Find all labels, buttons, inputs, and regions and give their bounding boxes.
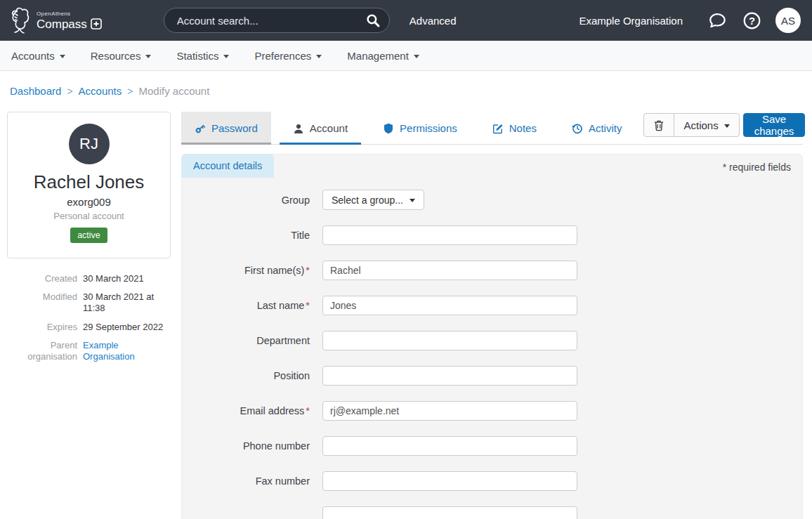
- nav-menu-item[interactable]: Management: [337, 50, 429, 62]
- form-row: Fax number: [182, 471, 802, 491]
- group-select[interactable]: Select a group...: [322, 190, 424, 210]
- breadcrumb-separator: >: [67, 86, 72, 97]
- user-avatar[interactable]: AS: [775, 8, 801, 33]
- tab[interactable]: Password: [181, 112, 271, 145]
- field-label: Group: [182, 195, 310, 206]
- breadcrumb: Dashboard > Accounts > Modify account: [0, 71, 812, 97]
- help-icon[interactable]: ?: [742, 11, 761, 30]
- search-icon[interactable]: [366, 13, 380, 27]
- breadcrumb-item[interactable]: Dashboard: [10, 85, 61, 97]
- tab[interactable]: Activity: [558, 112, 636, 145]
- account-search: [164, 8, 390, 33]
- detail-label: Created: [7, 273, 77, 284]
- tab[interactable]: Account: [280, 112, 361, 145]
- status-badge: active: [70, 228, 107, 243]
- account-details-panel: Account details * required fields Group …: [181, 154, 803, 519]
- field-label: Last name*: [182, 300, 310, 311]
- toolbar: Actions Save changes: [643, 113, 805, 143]
- trash-icon: [653, 119, 664, 131]
- field-label: Fax number: [182, 475, 310, 487]
- field-label: Email address*: [182, 405, 310, 416]
- form-row: First name(s)*: [182, 261, 802, 280]
- tab[interactable]: Permissions: [369, 112, 471, 145]
- detail-row: Expires 29 September 2022: [7, 322, 171, 333]
- detail-row: Parent organisation Example Organisation: [7, 340, 171, 362]
- text-input[interactable]: [322, 296, 577, 315]
- detail-row: Created 30 March 2021: [7, 273, 171, 284]
- tab-strip: Password Account: [181, 112, 803, 145]
- breadcrumb-item[interactable]: Accounts: [79, 85, 122, 97]
- organisation-name[interactable]: Example Organisation: [579, 15, 683, 27]
- account-main: Password Account: [181, 112, 803, 519]
- form-row: Email address*: [182, 401, 802, 421]
- form-row: Phone number: [182, 436, 802, 456]
- nav-menu-item[interactable]: Preferences: [244, 50, 332, 62]
- actions-button[interactable]: Actions: [674, 113, 739, 137]
- account-form: Group Select a group... Title: [182, 190, 802, 519]
- text-input[interactable]: [322, 401, 577, 421]
- field-label: Position: [182, 370, 310, 381]
- chevron-down-icon: [410, 199, 415, 202]
- required-asterisk: *: [306, 265, 310, 276]
- plus-box-icon: [91, 18, 102, 29]
- owl-logo-icon: [8, 6, 32, 35]
- breadcrumb-separator: >: [127, 86, 133, 97]
- profile-avatar: RJ: [69, 124, 110, 164]
- detail-value: Example Organisation: [83, 340, 171, 362]
- tab-label: Password: [211, 122, 258, 134]
- form-row: Last name*: [182, 296, 802, 315]
- detail-value: 30 March 2021: [83, 273, 144, 284]
- field-label: Phone number: [182, 440, 310, 452]
- history-icon: [572, 123, 583, 134]
- nav-menu-item[interactable]: Resources: [81, 50, 162, 62]
- chevron-down-icon: [60, 55, 65, 58]
- tab-label: Account: [310, 122, 348, 134]
- text-input[interactable]: [322, 471, 577, 491]
- main-nav: Accounts Resources Statistics Preference…: [0, 41, 812, 71]
- required-asterisk: *: [306, 405, 310, 416]
- required-asterisk: *: [306, 300, 310, 311]
- field-label: Department: [182, 335, 310, 346]
- tab-label: Permissions: [400, 122, 457, 134]
- profile-username: exorg009: [13, 196, 164, 208]
- nav-menu-item[interactable]: Accounts: [1, 50, 75, 62]
- brand-compass: Compass: [37, 18, 87, 30]
- text-input[interactable]: [322, 366, 577, 386]
- text-input[interactable]: [322, 331, 577, 350]
- shield-icon: [383, 123, 394, 134]
- detail-value: 29 September 2022: [83, 322, 163, 333]
- form-row: Title: [182, 225, 802, 245]
- form-row: Group Select a group...: [182, 190, 802, 210]
- text-input[interactable]: [322, 506, 577, 519]
- tab[interactable]: Notes: [479, 112, 550, 145]
- panel-title-tab: Account details: [181, 154, 274, 178]
- brand-openathens: OpenAthens: [37, 11, 102, 17]
- tab-label: Activity: [589, 122, 622, 134]
- brand-logo[interactable]: OpenAthens Compass: [8, 6, 102, 35]
- detail-value: 30 March 2021 at 11:38: [83, 291, 171, 313]
- search-input[interactable]: [164, 8, 390, 33]
- account-sidebar: RJ Rachel Jones exorg009 Personal accoun…: [7, 112, 171, 369]
- chevron-down-icon: [414, 55, 419, 58]
- chevron-down-icon: [145, 55, 151, 58]
- breadcrumb-item[interactable]: Modify account: [138, 85, 209, 97]
- text-input[interactable]: [322, 436, 577, 456]
- chat-icon[interactable]: [708, 11, 727, 30]
- form-row: Position: [182, 366, 802, 386]
- delete-button[interactable]: [643, 113, 674, 137]
- chevron-down-icon: [316, 55, 322, 58]
- chevron-down-icon: [724, 124, 730, 128]
- nav-menu-item[interactable]: Statistics: [166, 50, 239, 62]
- chevron-down-icon: [223, 55, 229, 58]
- profile-details: Created 30 March 2021 Modified 30 March …: [7, 273, 171, 362]
- profile-card: RJ Rachel Jones exorg009 Personal accoun…: [7, 112, 171, 258]
- person-icon: [293, 123, 304, 134]
- save-changes-button[interactable]: Save changes: [743, 113, 806, 137]
- svg-text:?: ?: [749, 15, 755, 26]
- advanced-search-link[interactable]: Advanced: [410, 15, 457, 27]
- text-input[interactable]: [322, 261, 577, 280]
- detail-label: Modified: [7, 291, 77, 313]
- detail-label: Expires: [7, 322, 77, 333]
- text-input[interactable]: [322, 225, 577, 245]
- required-fields-note: * required fields: [723, 162, 791, 173]
